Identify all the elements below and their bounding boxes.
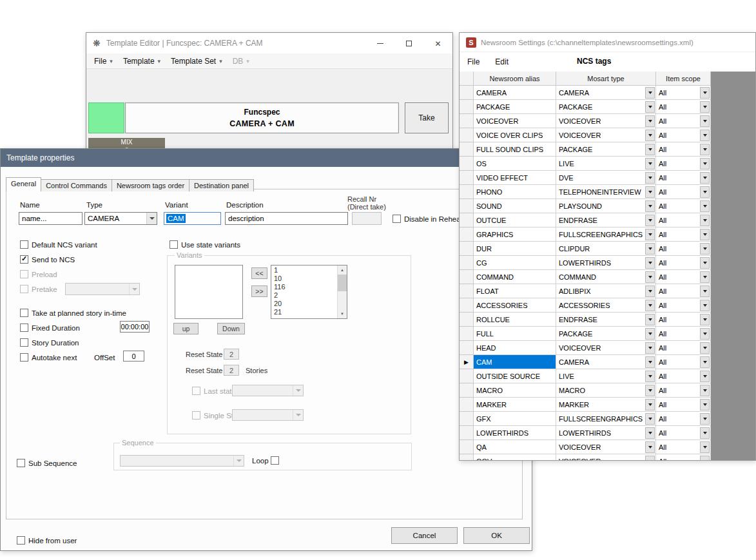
chevron-down-icon[interactable] <box>146 213 157 224</box>
alias-cell[interactable]: CG <box>474 256 556 270</box>
dropdown-arrow-icon[interactable] <box>645 300 655 311</box>
column-header-mosart-type[interactable]: Mosart type <box>556 72 656 86</box>
alias-cell[interactable]: PACKAGE <box>474 100 556 114</box>
column-header-newsroom-alias[interactable]: Newsroom alias <box>474 72 556 86</box>
alias-cell[interactable]: CAMERA <box>474 86 556 100</box>
alias-cell[interactable]: HEAD <box>474 341 556 355</box>
item-scope-cell[interactable]: All <box>656 355 711 369</box>
dropdown-arrow-icon[interactable] <box>645 413 655 425</box>
dropdown-arrow-icon[interactable] <box>645 229 655 240</box>
mosart-type-cell[interactable]: LIVE <box>556 369 656 383</box>
mosart-type-cell[interactable]: PLAYSOUND <box>556 199 656 213</box>
checkbox-use-state-variants[interactable]: Use state variants <box>170 240 240 249</box>
alias-cell[interactable]: FULL SOUND CLIPS <box>474 142 556 157</box>
tab-destination-panel[interactable]: Destination panel <box>189 179 254 191</box>
mosart-type-cell[interactable]: FULLSCREENGRAPHICS <box>556 412 656 426</box>
table-row[interactable]: OS LIVE All <box>460 157 755 171</box>
alias-cell[interactable]: GRAPHICS <box>474 227 556 242</box>
dropdown-arrow-icon[interactable] <box>700 300 710 311</box>
item-scope-cell[interactable]: All <box>656 86 711 100</box>
item-scope-cell[interactable]: All <box>656 270 711 284</box>
mosart-type-cell[interactable]: PACKAGE <box>556 327 656 341</box>
checkbox-hide-from-user[interactable]: Hide from user <box>17 536 77 545</box>
item-scope-cell[interactable]: All <box>656 114 711 128</box>
table-row[interactable]: CG LOWERTHIRDS All <box>460 256 755 270</box>
alias-cell[interactable]: VOICE OVER CLIPS <box>474 128 556 142</box>
row-selector[interactable] <box>460 454 474 461</box>
row-selector[interactable] <box>460 355 474 369</box>
dropdown-arrow-icon[interactable] <box>645 172 655 184</box>
item-scope-cell[interactable]: All <box>656 426 711 440</box>
dropdown-arrow-icon[interactable] <box>645 441 655 453</box>
table-row[interactable]: VOICE OVER CLIPS VOICEOVER All <box>460 128 755 142</box>
item-scope-cell[interactable]: All <box>656 128 711 142</box>
menu-file[interactable]: File <box>89 55 118 68</box>
dropdown-arrow-icon[interactable] <box>700 413 710 425</box>
properties-titlebar[interactable]: Template properties <box>1 149 532 167</box>
row-selector[interactable] <box>460 412 474 426</box>
row-selector[interactable] <box>460 327 474 341</box>
checkbox-disable-in-rehearsal[interactable]: Disable in Rehear <box>393 215 463 223</box>
dropdown-arrow-icon[interactable] <box>645 200 655 212</box>
dropdown-arrow-icon[interactable] <box>645 186 655 198</box>
row-selector[interactable] <box>460 369 474 383</box>
checkbox-default-ncs-variant[interactable]: Default NCS variant <box>20 240 97 249</box>
column-header-item-scope[interactable]: Item scope <box>656 72 711 86</box>
menu-edit[interactable]: Edit <box>487 55 516 69</box>
list-item[interactable]: 116 <box>271 283 337 291</box>
dropdown-arrow-icon[interactable] <box>645 158 655 169</box>
dropdown-arrow-icon[interactable] <box>700 356 710 368</box>
dropdown-arrow-icon[interactable] <box>700 101 710 113</box>
row-selector[interactable] <box>460 185 474 199</box>
item-scope-cell[interactable]: All <box>656 383 711 398</box>
mosart-type-cell[interactable]: TELEPHONEINTERVIEW <box>556 185 656 199</box>
list-item[interactable]: 21 <box>271 308 337 316</box>
close-button[interactable] <box>423 33 452 53</box>
item-scope-cell[interactable]: All <box>656 341 711 355</box>
fixed-duration-input[interactable] <box>120 321 150 333</box>
mosart-type-cell[interactable]: VOICEOVER <box>556 114 656 128</box>
item-scope-cell[interactable]: All <box>656 185 711 199</box>
dropdown-arrow-icon[interactable] <box>645 87 655 99</box>
alias-cell[interactable]: OOV <box>474 454 556 461</box>
dropdown-arrow-icon[interactable] <box>700 229 710 240</box>
table-row[interactable]: ROLLCUE ENDFRASE All <box>460 313 755 327</box>
dropdown-arrow-icon[interactable] <box>700 328 710 340</box>
row-selector[interactable] <box>460 213 474 227</box>
mosart-type-cell[interactable]: MACRO <box>556 383 656 398</box>
alias-cell[interactable]: FLOAT <box>474 284 556 298</box>
dropdown-arrow-icon[interactable] <box>700 215 710 226</box>
alias-cell[interactable]: QA <box>474 440 556 454</box>
mosart-type-cell[interactable]: CAMERA <box>556 86 656 100</box>
table-row[interactable]: DUR CLIPDUR All <box>460 242 755 256</box>
dropdown-arrow-icon[interactable] <box>700 257 710 269</box>
up-button[interactable]: up <box>173 323 199 334</box>
row-selector[interactable] <box>460 284 474 298</box>
table-row[interactable]: CAM CAMERA All <box>460 355 755 369</box>
row-selector[interactable] <box>460 426 474 440</box>
mosart-type-cell[interactable]: PACKAGE <box>556 100 656 114</box>
table-row[interactable]: MARKER MARKER All <box>460 398 755 412</box>
scroll-up-icon[interactable] <box>338 266 347 275</box>
mosart-type-cell[interactable]: ENDFRASE <box>556 213 656 227</box>
table-row[interactable]: PHONO TELEPHONEINTERVIEW All <box>460 185 755 199</box>
item-scope-cell[interactable]: All <box>656 199 711 213</box>
newsroom-settings-titlebar[interactable]: S Newsroom Settings (c:\channeltemplates… <box>460 33 755 52</box>
row-selector[interactable] <box>460 157 474 171</box>
table-row[interactable]: HEAD VOICEOVER All <box>460 341 755 355</box>
row-selector[interactable] <box>460 341 474 355</box>
dropdown-arrow-icon[interactable] <box>700 186 710 198</box>
dropdown-arrow-icon[interactable] <box>645 328 655 340</box>
dropdown-arrow-icon[interactable] <box>700 342 710 354</box>
alias-cell[interactable]: OS <box>474 157 556 171</box>
item-scope-cell[interactable]: All <box>656 412 711 426</box>
item-scope-cell[interactable]: All <box>656 398 711 412</box>
dropdown-arrow-icon[interactable] <box>700 87 710 99</box>
row-selector[interactable] <box>460 114 474 128</box>
scroll-thumb[interactable] <box>338 275 347 291</box>
item-scope-cell[interactable]: All <box>656 369 711 383</box>
item-scope-cell[interactable]: All <box>656 298 711 313</box>
down-button[interactable]: Down <box>217 323 245 334</box>
mosart-type-cell[interactable]: VOICEOVER <box>556 440 656 454</box>
type-combobox[interactable]: CAMERA <box>84 212 157 225</box>
